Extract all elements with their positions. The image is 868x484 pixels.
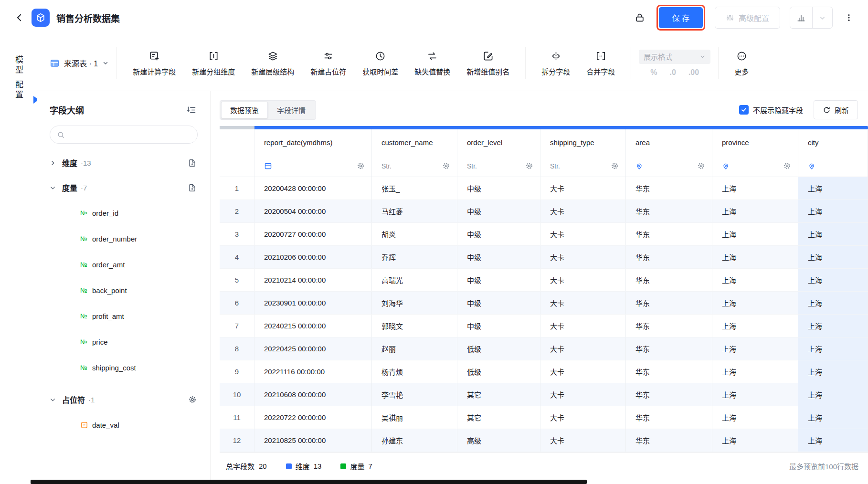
get-time-diff-button[interactable]: 获取时间差 [354,50,406,76]
lock-button[interactable] [633,11,647,25]
column-header-customer_name[interactable]: customer_name [372,129,457,155]
rail-tab-model[interactable]: 模型 [12,55,24,75]
total-fields-label: 总字段数 [226,461,254,471]
field-item-price[interactable]: №price [37,329,210,355]
table-cell: 上海 [798,337,868,360]
table-row: 320200727 00:00:00胡炎中级大卡华东上海上海 [220,223,868,246]
chart-mode-button[interactable] [790,7,833,29]
advanced-config-button[interactable]: 高级配置 [715,7,780,29]
field-item-shipping_cost[interactable]: №shipping_cost [37,355,210,380]
table-cell: 低级 [457,337,540,360]
display-format-select[interactable]: 展示格式 [639,50,710,64]
column-header-area[interactable]: area [626,129,712,155]
column-type-province[interactable] [712,155,798,177]
new-placeholder-button[interactable]: 新建占位符 [302,50,354,76]
field-outline-title: 字段大纲 [50,104,84,116]
column-type-area[interactable] [626,155,712,177]
chevron-left-icon [14,12,25,23]
refresh-button[interactable]: 刷新 [814,100,858,119]
checkbox-checked[interactable] [739,105,749,115]
column-header-city[interactable]: city [798,129,868,155]
toolbar: 来源表 · 1 新建计算字段 新建分组维度 新建层级结构 新建占位符 获取时间差… [37,35,868,91]
gear-icon[interactable] [611,162,619,170]
source-table-selector[interactable]: 来源表 · 1 [50,57,109,69]
gear-icon[interactable] [525,162,533,170]
column-type-order_level[interactable]: Str. [457,155,540,177]
section-placeholders[interactable]: 占位符 ·1 [37,387,210,412]
edit-icon [483,50,494,62]
table-cell: 高瑞光 [372,269,457,291]
table-cell: 大卡 [540,315,626,337]
table-cell: 吴祺丽 [372,406,457,429]
column-header-report_date(ymdhms)[interactable]: report_date(ymdhms) [254,129,372,155]
table-scrollbar[interactable] [220,126,868,129]
decimal1-format-button[interactable]: .0 [670,68,676,77]
table-cell: 大卡 [540,177,626,200]
new-group-dimension-button[interactable]: 新建分组维度 [184,50,243,76]
section-count: ·13 [81,159,91,167]
field-item-back_point[interactable]: №back_point [37,277,210,303]
gear-icon[interactable] [357,162,365,170]
search-input[interactable] [69,131,191,138]
bar-chart-icon [790,13,812,22]
lock-icon [635,12,645,23]
field-item-order_id[interactable]: №order_id [37,200,210,226]
split-field-button[interactable]: 拆分字段 [533,50,578,76]
rail-tab-config[interactable]: 配置 [12,80,24,100]
column-type-shipping_type[interactable]: Str. [540,155,626,177]
column-type-city[interactable] [798,155,868,177]
row-number: 9 [220,360,254,383]
hide-hidden-fields-toggle[interactable]: 不展示隐藏字段 [739,105,803,115]
table-cell: 大卡 [540,200,626,222]
new-calc-field-button[interactable]: 新建计算字段 [125,50,184,76]
row-number: 7 [220,315,254,337]
back-button[interactable] [12,11,27,25]
more-actions-button[interactable]: 更多 [726,50,757,76]
table-cell: 上海 [712,337,798,360]
merge-field-button[interactable]: 合并字段 [578,50,623,76]
kebab-menu-button[interactable] [842,11,856,24]
column-header-order_level[interactable]: order_level [457,129,540,155]
table-cell: 上海 [798,383,868,406]
field-item-date_val[interactable]: date_val [37,412,210,438]
missing-value-replace-button[interactable]: 缺失值替换 [406,50,458,76]
column-header-shipping_type[interactable]: shipping_type [540,129,626,155]
table-row: 420210206 00:00:00乔辉中级大卡华东上海上海 [220,246,868,269]
table-cell: 华东 [626,292,712,314]
field-item-order_number[interactable]: №order_number [37,226,210,252]
gear-icon[interactable] [697,162,705,170]
save-button[interactable]: 保 存 [659,7,703,28]
table-cell: 上海 [798,315,868,337]
column-type-customer_name[interactable]: Str. [372,155,457,177]
percent-format-button[interactable]: % [650,68,657,77]
tab-field-detail[interactable]: 字段详情 [268,102,315,118]
section-measures[interactable]: 度量 ·7 [37,175,210,200]
measure-legend-label: 度量 [350,461,364,471]
table-cell: 大卡 [540,429,626,452]
table-cell: 中级 [457,315,540,337]
placeholder-settings-button[interactable] [187,394,198,405]
scrollbar-thumb[interactable] [254,126,868,129]
divider [116,47,117,79]
column-type-report_date(ymdhms)[interactable] [254,155,372,177]
new-hierarchy-button[interactable]: 新建层级结构 [243,50,302,76]
add-measure-button[interactable] [187,182,198,193]
field-search[interactable] [50,126,198,144]
section-dimensions[interactable]: 维度 ·13 [37,150,210,175]
field-item-profit_amt[interactable]: №profit_amt [37,303,210,329]
gear-icon[interactable] [442,162,450,170]
decimal2-format-button[interactable]: .00 [688,68,699,77]
add-dimension-button[interactable] [187,158,198,168]
tab-data-preview[interactable]: 数据预览 [221,102,268,118]
table-icon [50,58,60,68]
outline-collapse-button[interactable] [186,104,198,116]
column-header-province[interactable]: province [712,129,798,155]
new-value-alias-button[interactable]: 新增维值别名 [458,50,518,76]
table-cell: 20220425 00:00:00 [254,337,372,360]
field-item-order_amt[interactable]: №order_amt [37,252,210,277]
gear-icon[interactable] [783,162,791,170]
table-cell: 20240215 00:00:00 [254,315,372,337]
table-cell: 大卡 [540,292,626,314]
table-cell: 华东 [626,429,712,452]
string-type-tag: Str. [381,162,392,170]
